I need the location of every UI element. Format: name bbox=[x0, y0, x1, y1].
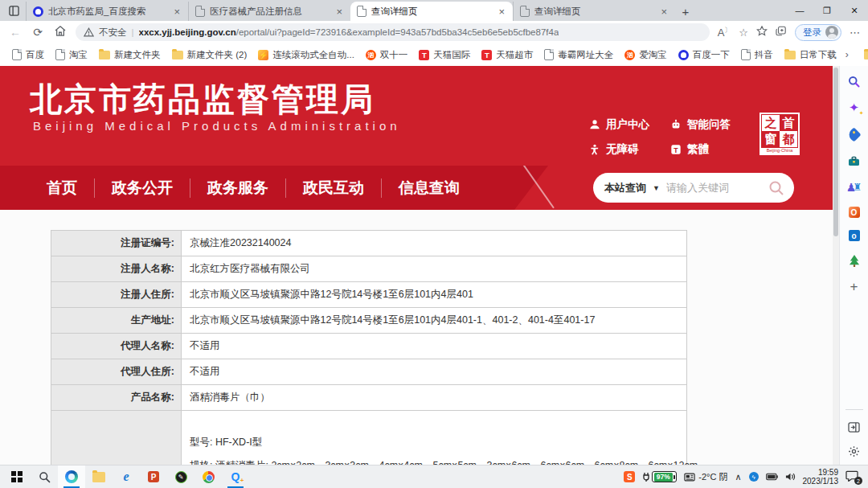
taskbar-qq-browser-icon[interactable]: Q bbox=[222, 465, 249, 488]
url-host: xxcx.yjj.beijing.gov.cn bbox=[139, 27, 236, 37]
tools-icon[interactable] bbox=[847, 154, 862, 168]
window-controls: — ❐ ✕ bbox=[786, 0, 868, 21]
bookmark-douyin[interactable]: 抖音 bbox=[735, 49, 779, 61]
battery-icon[interactable] bbox=[766, 473, 778, 481]
tab-title: 医疗器械产品注册信息 bbox=[210, 6, 330, 18]
shopping-tag-icon[interactable] bbox=[847, 127, 862, 141]
volume-icon[interactable] bbox=[785, 472, 796, 482]
bookmark-folder-1[interactable]: 新建文件夹 bbox=[93, 49, 166, 61]
smart-qa-link[interactable]: 智能问答 bbox=[670, 117, 731, 132]
sign-in-button[interactable]: 登录 bbox=[795, 24, 841, 41]
bookmark-taobao[interactable]: 淘宝 bbox=[50, 49, 93, 61]
bookmark-baidu[interactable]: 百度 bbox=[6, 49, 50, 61]
page-scrollbar[interactable] bbox=[833, 66, 839, 465]
taskbar-drawing-app-icon[interactable]: ✎ bbox=[167, 465, 194, 488]
collections-icon[interactable] bbox=[776, 26, 787, 39]
logo-caption: Beijing-China bbox=[761, 148, 798, 154]
search-icon[interactable] bbox=[847, 74, 862, 88]
bookmark-baidu-yixia[interactable]: 百度一下 bbox=[673, 49, 735, 61]
taskbar-internet-explorer-icon[interactable]: e bbox=[113, 465, 140, 488]
close-icon[interactable]: × bbox=[659, 6, 669, 18]
user-icon bbox=[589, 119, 600, 130]
scrollbar-thumb[interactable] bbox=[833, 68, 838, 236]
tab-baidu-search[interactable]: 北京市药监局_百度搜索 × bbox=[26, 2, 188, 21]
traditional-chinese-link[interactable]: T 繁體 bbox=[670, 142, 731, 157]
security-label[interactable]: 不安全 bbox=[99, 27, 127, 39]
nav-home[interactable]: 首页 bbox=[30, 178, 94, 199]
site-search-box[interactable]: 本站查询 ▼ 请输入关键词 bbox=[593, 173, 794, 203]
nav-public-interaction[interactable]: 政民互动 bbox=[286, 178, 381, 199]
capital-window-grid: 之 首 窗 都 bbox=[761, 114, 798, 148]
tray-app-icon[interactable]: ϟ bbox=[749, 472, 759, 482]
close-window-button[interactable]: ✕ bbox=[841, 0, 868, 21]
refresh-icon[interactable]: ⟳ bbox=[31, 26, 45, 39]
taskbar-chrome-icon[interactable] bbox=[194, 465, 222, 488]
table-row: 产品名称: 酒精消毒片（巾） bbox=[51, 385, 687, 411]
outlook-icon[interactable]: o bbox=[849, 230, 860, 241]
taskbar-file-explorer-icon[interactable] bbox=[85, 465, 113, 488]
action-center-icon[interactable]: 2 bbox=[845, 470, 860, 483]
news-icon bbox=[684, 473, 695, 482]
nav-gov-services[interactable]: 政务服务 bbox=[190, 178, 285, 199]
new-tab-button[interactable]: + bbox=[675, 2, 696, 21]
minimize-button[interactable]: — bbox=[786, 0, 813, 21]
tab-query-detail-2[interactable]: 查询详细页 × bbox=[513, 2, 675, 21]
page-icon bbox=[544, 49, 554, 60]
bookmark-tmall-global[interactable]: T天猫国际 bbox=[413, 49, 476, 61]
back-icon[interactable]: ← bbox=[8, 26, 23, 39]
favorites-hub-icon[interactable] bbox=[756, 26, 768, 39]
read-aloud-icon[interactable]: A〕 bbox=[718, 26, 731, 39]
games-icon[interactable]: ♟♜ bbox=[847, 180, 862, 195]
start-button[interactable] bbox=[3, 465, 31, 488]
restore-button[interactable]: ❐ bbox=[813, 0, 841, 21]
bookmark-daily-downloads[interactable]: 日常下载 bbox=[779, 49, 842, 61]
taobao-icon: 汹 bbox=[366, 50, 376, 60]
hidden-icons-chevron[interactable]: ∧ bbox=[735, 472, 741, 482]
taskbar-powerpoint-icon[interactable]: P bbox=[140, 465, 167, 488]
tab-device-registration-info[interactable]: 医疗器械产品注册信息 × bbox=[188, 2, 350, 21]
accessibility-link[interactable]: 无障碍 bbox=[589, 142, 649, 157]
spec-line: 规格: 酒精消毒片: 2cm×2cm、3cm×3cm、4cm×4cm、5cm×5… bbox=[190, 457, 678, 465]
bookmark-tmall-market[interactable]: T天猫超市 bbox=[476, 49, 538, 61]
site-search-input[interactable]: 请输入关键词 bbox=[666, 181, 762, 195]
other-favorites-folder[interactable]: 其他收藏夹 bbox=[858, 49, 868, 61]
battery-widget[interactable]: 97% bbox=[642, 471, 677, 482]
add-icon[interactable]: + bbox=[847, 280, 862, 294]
open-panel-icon[interactable] bbox=[847, 420, 862, 434]
taskbar-clock[interactable]: 19:59 2023/1/13 bbox=[803, 468, 839, 486]
spec-line: 型号: HF-XD-I型 bbox=[190, 434, 678, 450]
clock-date: 2023/1/13 bbox=[803, 477, 839, 486]
user-center-link[interactable]: 用户中心 bbox=[589, 117, 649, 132]
home-icon[interactable] bbox=[53, 26, 68, 39]
bookmarks-overflow-chevron[interactable]: › bbox=[842, 49, 852, 60]
copilot-icon[interactable]: ✦ bbox=[847, 100, 862, 115]
bookmark-folder-2[interactable]: 新建文件夹 (2) bbox=[166, 49, 253, 61]
search-scope-select[interactable]: 本站查询 bbox=[604, 181, 646, 195]
settings-gear-icon[interactable] bbox=[847, 444, 862, 458]
address-bar[interactable]: 不安全 | xxcx.yjj.beijing.gov.cn/eportal/ui… bbox=[76, 23, 710, 41]
chevron-down-icon[interactable]: ▼ bbox=[653, 184, 660, 192]
bookmark-aitaobao[interactable]: 汹爱淘宝 bbox=[619, 49, 673, 61]
bookmark-duba[interactable]: 毒霸网址大全 bbox=[538, 49, 619, 61]
office-icon[interactable]: O bbox=[849, 207, 860, 218]
row-value: 型号: HF-XD-I型 规格: 酒精消毒片: 2cm×2cm、3cm×3cm、… bbox=[182, 411, 687, 465]
search-icon[interactable] bbox=[768, 180, 784, 196]
favorites-star-icon[interactable]: ☆ bbox=[739, 27, 748, 39]
sogou-input-icon[interactable]: S bbox=[624, 471, 635, 482]
taskbar-search-icon[interactable] bbox=[31, 465, 58, 488]
row-value: 北京市顺义区马坡镇聚源中路12号院14号楼1至6层101内4层401 bbox=[182, 282, 687, 308]
close-icon[interactable]: × bbox=[497, 6, 506, 18]
taskbar-edge-icon[interactable] bbox=[58, 465, 85, 488]
close-icon[interactable]: × bbox=[172, 6, 182, 18]
more-menu-icon[interactable]: ⋯ bbox=[850, 27, 860, 39]
weather-widget[interactable]: -2°C 阴 bbox=[684, 471, 727, 483]
msn-tree-icon[interactable] bbox=[847, 253, 862, 268]
bookmark-scroll-app[interactable]: ⚡连续滚动式全自动... bbox=[252, 49, 360, 61]
bookmark-double11[interactable]: 汹双十一 bbox=[360, 49, 414, 61]
nav-info-query[interactable]: 信息查询 bbox=[382, 178, 477, 199]
tab-query-detail-active[interactable]: 查询详细页 × bbox=[350, 2, 513, 21]
tab-actions-icon[interactable] bbox=[5, 2, 23, 18]
close-icon[interactable]: × bbox=[334, 6, 344, 18]
nav-gov-affairs[interactable]: 政务公开 bbox=[95, 178, 190, 199]
capital-window-logo[interactable]: 之 首 窗 都 Beijing-China bbox=[760, 113, 800, 155]
